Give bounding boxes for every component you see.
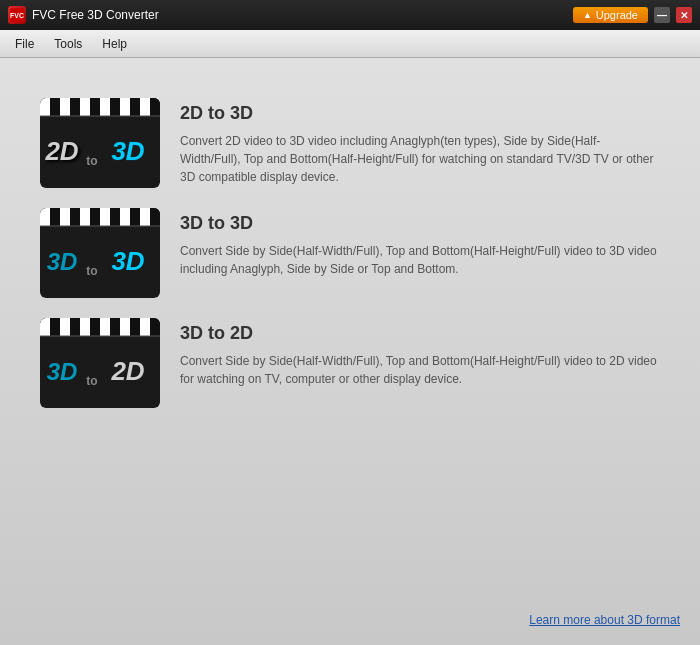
svg-rect-18 — [60, 208, 70, 226]
app-icon: FVC — [8, 6, 26, 24]
svg-text:3D: 3D — [47, 358, 78, 385]
card-text-2d-to-3d: 2D to 3D Convert 2D video to 3D video in… — [180, 98, 660, 186]
svg-rect-33 — [120, 318, 130, 336]
svg-rect-31 — [80, 318, 90, 336]
svg-text:3D: 3D — [111, 136, 144, 166]
card-title-3d-to-3d: 3D to 3D — [180, 213, 660, 234]
main-content: 2D to 3D 3D 2D to 3D Convert 2D video to… — [0, 58, 700, 645]
svg-rect-17 — [40, 208, 50, 226]
svg-rect-8 — [120, 98, 130, 116]
svg-text:3D: 3D — [111, 246, 144, 276]
svg-text:2D: 2D — [44, 136, 78, 166]
icon-3d-to-3d: 3D to 3D — [40, 208, 160, 298]
card-text-3d-to-3d: 3D to 3D Convert Side by Side(Half-Width… — [180, 208, 660, 278]
option-3d-to-3d[interactable]: 3D to 3D 3D to 3D Convert Side by Side(H… — [40, 208, 660, 298]
svg-text:to: to — [86, 374, 97, 388]
menu-help[interactable]: Help — [92, 33, 137, 55]
svg-rect-20 — [100, 208, 110, 226]
learn-more-link[interactable]: Learn more about 3D format — [529, 613, 680, 627]
title-bar-left: FVC FVC Free 3D Converter — [8, 6, 159, 24]
card-title-3d-to-2d: 3D to 2D — [180, 323, 660, 344]
svg-rect-4 — [40, 98, 50, 116]
card-text-3d-to-2d: 3D to 2D Convert Side by Side(Half-Width… — [180, 318, 660, 388]
card-desc-2d-to-3d: Convert 2D video to 3D video including A… — [180, 132, 660, 186]
svg-rect-6 — [80, 98, 90, 116]
menu-tools[interactable]: Tools — [44, 33, 92, 55]
card-desc-3d-to-2d: Convert Side by Side(Half-Width/Full), T… — [180, 352, 660, 388]
card-title-2d-to-3d: 2D to 3D — [180, 103, 660, 124]
menu-file[interactable]: File — [5, 33, 44, 55]
title-bar-controls: Upgrade — ✕ — [573, 7, 692, 23]
svg-rect-32 — [100, 318, 110, 336]
option-2d-to-3d[interactable]: 2D to 3D 3D 2D to 3D Convert 2D video to… — [40, 98, 660, 188]
svg-text:3D: 3D — [47, 248, 78, 275]
svg-text:to: to — [86, 154, 97, 168]
title-bar: FVC FVC Free 3D Converter Upgrade — ✕ — [0, 0, 700, 30]
svg-rect-19 — [80, 208, 90, 226]
svg-rect-21 — [120, 208, 130, 226]
minimize-button[interactable]: — — [654, 7, 670, 23]
svg-rect-9 — [140, 98, 150, 116]
card-desc-3d-to-3d: Convert Side by Side(Half-Width/Full), T… — [180, 242, 660, 278]
svg-rect-29 — [40, 318, 50, 336]
option-3d-to-2d[interactable]: 3D to 2D 3D to 2D Convert Side by Side(H… — [40, 318, 660, 408]
svg-text:FVC: FVC — [10, 12, 24, 19]
svg-rect-34 — [140, 318, 150, 336]
svg-rect-22 — [140, 208, 150, 226]
svg-rect-30 — [60, 318, 70, 336]
icon-3d-to-2d: 3D to 2D — [40, 318, 160, 408]
icon-2d-to-3d: 2D to 3D 3D — [40, 98, 160, 188]
svg-text:to: to — [86, 264, 97, 278]
menu-bar: File Tools Help — [0, 30, 700, 58]
svg-text:2D: 2D — [110, 356, 144, 386]
app-title: FVC Free 3D Converter — [32, 8, 159, 22]
close-button[interactable]: ✕ — [676, 7, 692, 23]
svg-rect-7 — [100, 98, 110, 116]
upgrade-button[interactable]: Upgrade — [573, 7, 648, 23]
svg-rect-5 — [60, 98, 70, 116]
